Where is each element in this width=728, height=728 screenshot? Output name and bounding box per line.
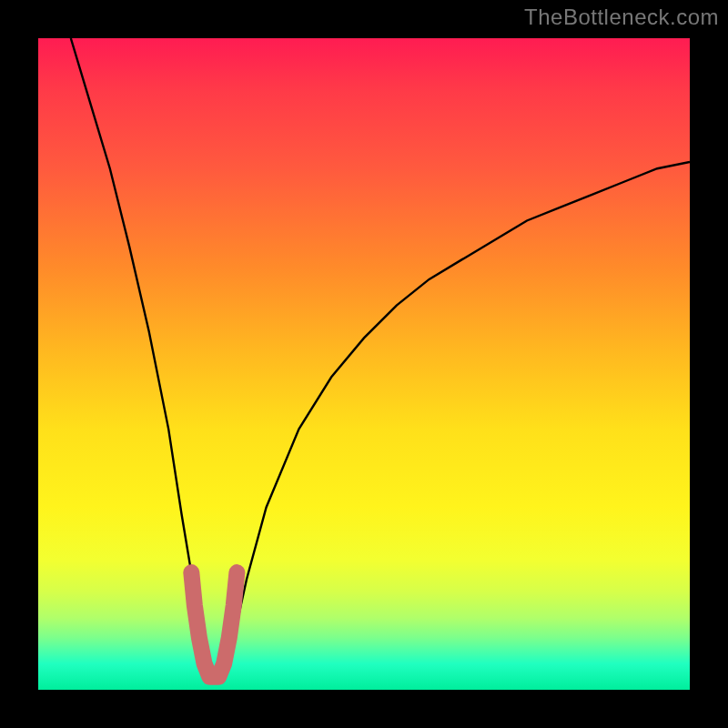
watermark-text: TheBottleneck.com <box>524 5 719 30</box>
chart-frame: TheBottleneck.com <box>0 0 728 728</box>
bottleneck-curve-path <box>71 38 690 683</box>
valley-highlight-path <box>191 572 237 677</box>
curve-layer <box>38 38 690 690</box>
plot-area <box>38 38 690 690</box>
